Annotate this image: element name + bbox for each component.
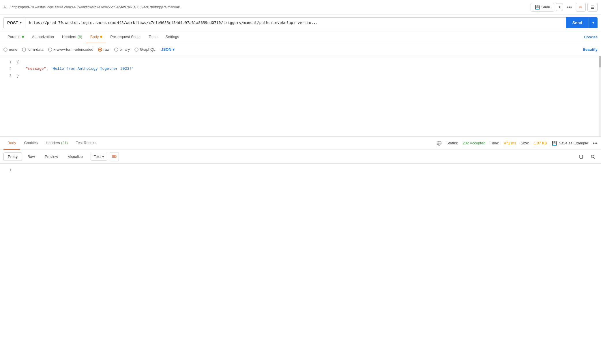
tab-pre-request[interactable]: Pre-request Script <box>106 31 145 43</box>
radio-urlencoded-circle <box>48 48 52 52</box>
comments-button[interactable]: ☰ <box>587 3 598 12</box>
json-dropdown-icon: ▾ <box>173 47 175 52</box>
response-tab-cookies[interactable]: Cookies <box>20 137 42 150</box>
response-line-numbers: 1 <box>0 167 14 173</box>
status-value: 202 Accepted <box>463 141 485 145</box>
send-dropdown-button[interactable]: ▾ <box>589 17 598 28</box>
response-tab-test-results[interactable]: Test Results <box>72 137 100 150</box>
radio-none-circle <box>3 48 8 52</box>
url-input[interactable] <box>25 17 566 28</box>
beautify-button[interactable]: Beautify <box>583 47 598 52</box>
json-type-selector[interactable]: JSON ▾ <box>161 47 174 52</box>
editor-scrollbar[interactable] <box>599 56 601 136</box>
params-dot <box>22 36 24 38</box>
globe-icon <box>437 141 442 146</box>
radio-form-data-circle <box>22 48 26 52</box>
tab-settings[interactable]: Settings <box>161 31 183 43</box>
body-options: none form-data x-www-form-urlencoded raw… <box>0 43 601 56</box>
tab-headers[interactable]: Headers (8) <box>58 31 86 43</box>
edit-button[interactable]: ✏ <box>576 3 586 12</box>
tab-tests[interactable]: Tests <box>145 31 161 43</box>
method-dropdown-icon: ▾ <box>20 21 22 24</box>
time-label: Time: <box>490 141 499 145</box>
save-button[interactable]: 💾 Save <box>531 3 555 12</box>
tab-authorization[interactable]: Authorization <box>28 31 58 43</box>
scrollbar-thumb <box>599 56 601 67</box>
method-select[interactable]: POST ▾ <box>3 17 25 28</box>
response-tabs-bar: Body Cookies Headers (21) Test Results S… <box>0 137 601 150</box>
radio-urlencoded[interactable]: x-www-form-urlencoded <box>48 47 93 52</box>
cookies-link[interactable]: Cookies <box>584 35 598 39</box>
radio-binary-circle <box>114 48 118 52</box>
size-label: Size: <box>521 141 529 145</box>
size-value: 1.07 KB <box>534 141 547 145</box>
radio-raw[interactable]: raw <box>98 47 110 52</box>
line-numbers: 1 2 3 <box>0 59 14 133</box>
method-label: POST <box>7 20 18 25</box>
send-button[interactable]: Send <box>566 17 589 28</box>
radio-raw-circle <box>98 48 102 52</box>
response-status-bar: Status: 202 Accepted Time: 471 ms Size: … <box>437 141 598 146</box>
send-button-group: Send ▾ <box>566 17 598 28</box>
radio-graphql-circle <box>134 48 138 52</box>
text-type-selector[interactable]: Text ▾ <box>91 153 107 161</box>
radio-binary[interactable]: binary <box>114 47 130 52</box>
radio-form-data[interactable]: form-data <box>22 47 44 52</box>
save-dropdown-button[interactable]: ▾ <box>556 3 563 11</box>
request-bar: POST ▾ Send ▾ <box>0 14 601 31</box>
word-wrap-button[interactable] <box>110 152 119 161</box>
tab-body[interactable]: Body <box>86 31 106 43</box>
time-value: 471 ms <box>504 141 516 145</box>
save-icon: 💾 <box>535 5 540 10</box>
response-actions <box>577 152 598 161</box>
search-button[interactable] <box>588 152 598 161</box>
breadcrumb: A... / https://prod-70.westus.logic.azur… <box>3 5 528 9</box>
save-example-icon: 💾 <box>552 141 557 146</box>
top-bar-actions: 💾 Save ▾ ••• ✏ ☰ <box>531 3 598 12</box>
tabs-bar: Params Authorization Headers (8) Body Pr… <box>0 31 601 43</box>
radio-none[interactable]: none <box>3 47 17 52</box>
format-pretty[interactable]: Pretty <box>3 152 22 161</box>
svg-rect-9 <box>580 155 582 158</box>
code-editor[interactable]: 1 2 3 { "message": "Hello from Anthology… <box>0 56 601 137</box>
response-more-options[interactable]: ••• <box>593 141 598 146</box>
body-dot <box>100 36 102 38</box>
text-dropdown-icon: ▾ <box>102 154 104 159</box>
response-tab-body[interactable]: Body <box>3 137 20 150</box>
save-as-example-button[interactable]: 💾 Save as Example <box>552 141 588 146</box>
response-format-bar: Pretty Raw Preview Visualize Text ▾ <box>0 150 601 164</box>
format-visualize[interactable]: Visualize <box>63 152 87 161</box>
top-bar: A... / https://prod-70.westus.logic.azur… <box>0 0 601 14</box>
response-body: 1 <box>0 164 601 176</box>
code-content[interactable]: { "message": "Hello from Anthology Toget… <box>14 59 601 133</box>
copy-button[interactable] <box>577 152 586 161</box>
radio-graphql[interactable]: GraphQL <box>134 47 155 52</box>
response-tab-headers[interactable]: Headers (21) <box>42 137 72 150</box>
more-options-button[interactable]: ••• <box>565 3 574 12</box>
format-raw[interactable]: Raw <box>23 152 39 161</box>
status-label: Status: <box>446 141 458 145</box>
format-preview[interactable]: Preview <box>40 152 62 161</box>
tab-params[interactable]: Params <box>3 31 28 43</box>
svg-line-11 <box>594 157 595 159</box>
save-label: Save <box>542 5 550 9</box>
response-code-content <box>14 167 601 173</box>
